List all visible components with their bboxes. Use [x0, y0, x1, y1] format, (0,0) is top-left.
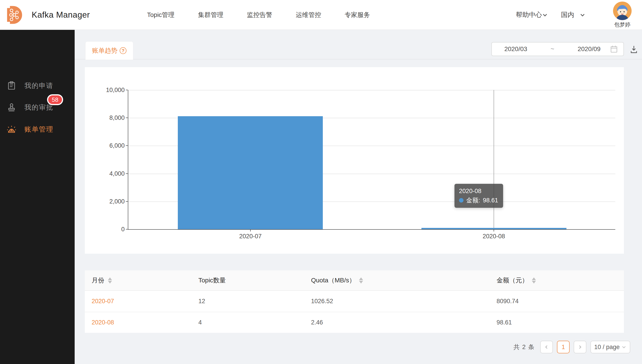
bar-2020-07[interactable] — [178, 116, 323, 229]
page-title: Kafka Manager — [32, 0, 90, 30]
y-axis-tick — [126, 174, 128, 174]
bar-chart[interactable]: 10,000 8,000 6,000 4,000 2,000 0 2020-07… — [128, 90, 615, 230]
next-page-button[interactable] — [574, 341, 586, 353]
caret-down-icon — [532, 281, 536, 284]
caret-up-icon — [532, 278, 536, 280]
chevron-right-icon — [577, 344, 582, 350]
gridline — [128, 90, 615, 90]
sorter-amount[interactable] — [532, 278, 536, 284]
y-axis-label: 10,000 — [79, 86, 125, 94]
top-navigation: Topic管理 集群管理 监控告警 运维管控 专家服务 — [147, 0, 370, 30]
date-range-separator: ~ — [534, 46, 571, 53]
column-header-month: 月份 — [92, 276, 104, 285]
quota-value: 2.46 — [311, 319, 323, 326]
month-link[interactable]: 2020-07 — [92, 298, 114, 305]
nav-monitor-alert[interactable]: 监控告警 — [247, 11, 272, 19]
sidebar-item-bill-manage[interactable]: 账单管理 — [0, 122, 75, 136]
date-end-value[interactable]: 2020/09 — [571, 46, 607, 53]
app-logo-icon — [6, 5, 25, 25]
tooltip-series-value: 98.61 — [483, 196, 498, 204]
tooltip-title: 2020-08 — [459, 187, 498, 195]
sidebar: 我的申请 我的审批 58 账单管理 — [0, 30, 75, 364]
column-header-quota: Quota（MB/s） — [311, 276, 355, 285]
chevron-down-icon — [621, 344, 626, 350]
caret-up-icon — [108, 278, 112, 280]
x-axis-tick — [494, 229, 494, 232]
y-axis-label: 6,000 — [79, 142, 125, 149]
y-axis-tick — [126, 145, 128, 146]
header-right-group: 帮助中心 国内 — [516, 0, 636, 30]
page-size-select[interactable]: 10 / page — [590, 341, 630, 353]
tooltip-series-label: 金额: — [466, 196, 480, 204]
region-label: 国内 — [561, 10, 574, 20]
help-center-label: 帮助中心 — [516, 10, 542, 20]
help-center-dropdown[interactable]: 帮助中心 — [516, 10, 548, 20]
nav-expert-service[interactable]: 专家服务 — [345, 11, 370, 19]
nav-ops-control[interactable]: 运维管控 — [296, 11, 321, 19]
download-icon — [630, 45, 638, 54]
y-axis-label: 0 — [79, 226, 125, 233]
download-button[interactable] — [629, 44, 639, 54]
region-dropdown[interactable]: 国内 — [561, 10, 585, 20]
sidebar-item-label: 我的审批 — [25, 103, 53, 112]
tooltip-series-dot — [459, 198, 463, 202]
tabbar-divider — [75, 59, 642, 60]
sidebar-item-my-approvals[interactable]: 我的审批 58 — [0, 100, 75, 115]
y-axis-tick — [126, 229, 128, 230]
sidebar-item-my-applications[interactable]: 我的申请 — [0, 78, 75, 93]
table-header-row: 月份 Topic数量 Quota（MB/s） 金额（元） — [85, 270, 624, 291]
page-1-button[interactable]: 1 — [557, 341, 570, 353]
stamp-icon — [7, 103, 16, 112]
y-axis-label: 2,000 — [79, 198, 125, 205]
chevron-down-icon — [542, 12, 548, 18]
avatar-illustration — [613, 2, 631, 20]
pagination: 共 2 条 1 10 / page — [513, 340, 630, 354]
user-menu[interactable]: 包梦婷 — [609, 2, 636, 28]
bill-trend-chart-card: 10,000 8,000 6,000 4,000 2,000 0 2020-07… — [85, 67, 624, 254]
caret-up-icon — [359, 278, 363, 280]
top-header: Kafka Manager Topic管理 集群管理 监控告警 运维管控 专家服… — [0, 0, 642, 30]
amount-value: 8090.74 — [496, 298, 519, 305]
x-axis-tick — [250, 229, 251, 232]
caret-down-icon — [359, 281, 363, 284]
x-axis-label: 2020-07 — [223, 233, 278, 240]
topic-count-value: 12 — [198, 298, 205, 305]
topic-count-value: 4 — [198, 319, 202, 326]
month-link[interactable]: 2020-08 — [92, 319, 114, 326]
amount-value: 98.61 — [496, 319, 512, 326]
sidebar-item-label: 我的申请 — [25, 81, 53, 90]
y-axis-label: 8,000 — [79, 114, 125, 122]
question-circle-icon[interactable]: ? — [120, 47, 127, 54]
y-axis-tick — [126, 201, 128, 202]
tab-bill-trend[interactable]: 账单趋势 ? — [86, 42, 133, 60]
calendar-icon — [610, 45, 617, 53]
tab-label: 账单趋势 — [92, 46, 117, 55]
nav-topic-manage[interactable]: Topic管理 — [147, 11, 174, 19]
nav-cluster-manage[interactable]: 集群管理 — [198, 11, 223, 19]
sorter-quota[interactable] — [359, 278, 363, 284]
username: 包梦婷 — [614, 21, 630, 28]
approvals-count-badge: 58 — [47, 94, 63, 105]
page-size-value: 10 / page — [594, 344, 620, 351]
table-row: 2020-07 12 1026.52 8090.74 — [85, 291, 624, 312]
column-header-topic-count: Topic数量 — [198, 276, 226, 285]
y-axis-label: 4,000 — [79, 170, 125, 177]
siren-icon — [7, 124, 16, 134]
date-start-value[interactable]: 2020/03 — [498, 46, 534, 53]
avatar[interactable] — [613, 2, 631, 20]
sidebar-item-label: 账单管理 — [25, 125, 53, 134]
kafka-manager-app: Kafka Manager Topic管理 集群管理 监控告警 运维管控 专家服… — [0, 0, 642, 364]
bill-table: 月份 Topic数量 Quota（MB/s） 金额（元） — [85, 270, 624, 333]
chevron-down-icon — [579, 12, 585, 18]
x-axis-label: 2020-08 — [467, 233, 521, 240]
caret-down-icon — [108, 281, 112, 284]
pagination-total: 共 2 条 — [513, 343, 535, 351]
date-range-picker[interactable]: 2020/03 ~ 2020/09 — [491, 42, 624, 56]
table-row: 2020-08 4 2.46 98.61 — [85, 312, 624, 333]
y-axis-tick — [126, 118, 128, 118]
quota-value: 1026.52 — [311, 298, 333, 305]
column-header-amount: 金额（元） — [496, 276, 528, 285]
sorter-month[interactable] — [108, 278, 112, 284]
clipboard-icon — [7, 81, 16, 90]
prev-page-button[interactable] — [540, 341, 553, 353]
